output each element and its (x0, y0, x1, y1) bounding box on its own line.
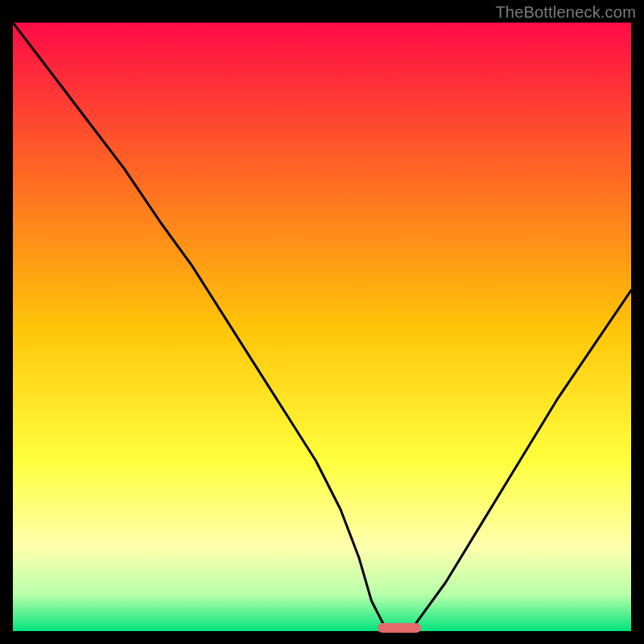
gradient-background (13, 23, 631, 631)
watermark-text: TheBottleneck.com (495, 3, 636, 22)
plot-area (13, 23, 631, 631)
optimal-range-marker (378, 623, 421, 633)
chart-svg (13, 23, 631, 631)
chart-frame: TheBottleneck.com (0, 0, 644, 644)
